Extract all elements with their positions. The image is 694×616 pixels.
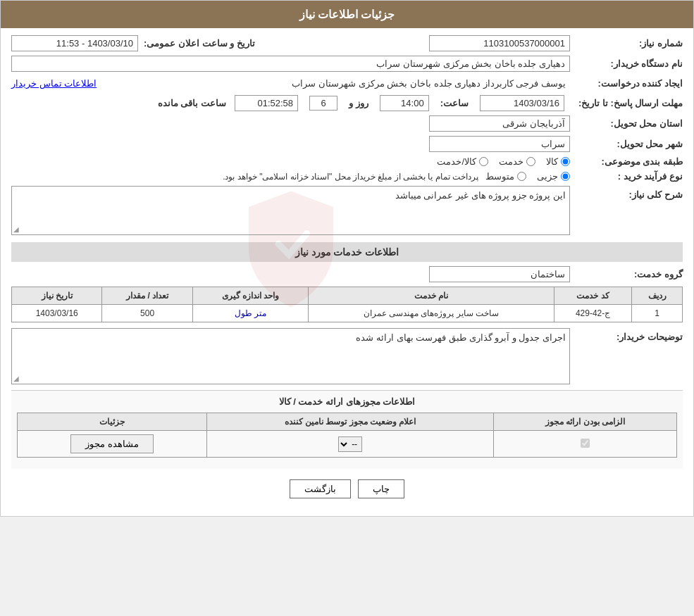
service-group-label: گروه خدمت: [570,269,683,279]
date-value: 1403/03/10 - 11:53 [11,35,138,51]
purchase-type-motavset[interactable]: متوسط [485,171,526,182]
permissions-header-row: الزامی بودن ارائه مجوز اعلام وضعیت مجوز … [18,413,677,431]
city-row: شهر محل تحویل: سراب [11,136,683,152]
creator-value: یوسف فرجی کاربرداز دهیاری جلده باخان بخش… [287,76,570,91]
category-kala-label: کالا [546,156,558,167]
category-row: طبقه بندی موضوعی: کالا خدمت کالا/خدمت [11,156,683,167]
deadline-label: مهلت ارسال پاسخ: تا تاریخ: [570,98,683,108]
deadline-days-label: روز و [349,98,368,108]
permission-required-cell [494,431,677,458]
contact-link[interactable]: اطلاعات تماس خریدار [11,78,97,89]
page-header: جزئیات اطلاعات نیاز [1,1,693,28]
cell-date: 1403/03/16 [12,305,102,322]
permission-details-cell: مشاهده مجوز [18,431,207,458]
permission-status-select[interactable]: -- [338,436,362,452]
page-container: جزئیات اطلاعات نیاز شماره نیاز: 11031005… [0,0,694,517]
buyer-system-row: نام دستگاه خریدار: دهیاری جلده باخان بخش… [11,56,683,72]
category-radio-group: کالا خدمت کالا/خدمت [437,156,570,167]
need-number-label: شماره نیاز: [570,38,683,49]
deadline-time-label: ساعت: [440,98,469,108]
permission-row: -- مشاهده مجوز [18,431,677,458]
page-title: جزئیات اطلاعات نیاز [299,8,395,20]
print-button[interactable]: چاپ [358,479,404,498]
view-permission-button[interactable]: مشاهده مجوز [70,434,154,453]
purchase-radio-motavset[interactable] [517,172,526,181]
category-khedmat-label: خدمت [499,156,523,167]
province-label: استان محل تحویل: [570,118,683,129]
service-group-value: ساختمان [429,266,570,282]
date-label: تاریخ و ساعت اعلان عمومی: [144,38,255,49]
buyer-desc-box: اجرای جدول و آبرو گذاری طبق فهرست بهای ا… [11,328,570,384]
province-row: استان محل تحویل: آذربایجان شرقی [11,115,683,132]
category-radio-kala-khedmat[interactable] [479,157,488,166]
creator-row: ایجاد کننده درخواست: یوسف فرجی کاربرداز … [11,76,683,91]
creator-label: ایجاد کننده درخواست: [570,78,683,89]
buyer-system-label: نام دستگاه خریدار: [570,58,683,69]
col-details: جزئیات [18,413,207,431]
permissions-table-body: -- مشاهده مجوز [18,431,677,458]
description-value: این پروژه جزو پروژه های غیر عمرانی میباش… [395,190,566,201]
purchase-motavset-label: متوسط [485,171,514,182]
category-radio-khedmat[interactable] [526,157,535,166]
purchase-type-row: نوع فرآیند خرید : جزیی متوسط پرداخت تمام… [11,171,683,182]
col-date: تاریخ نیاز [12,287,102,305]
permission-required-checkbox [581,439,590,448]
col-status: اعلام وضعیت مجوز توسط نامین کننده [207,413,494,431]
purchase-jozi-label: جزیی [537,171,558,182]
remaining-label: ساعت باقی مانده [158,98,226,108]
buyer-system-value: دهیاری جلده باخان بخش مرکزی شهرستان سراب [11,56,570,72]
deadline-days: 6 [309,96,337,111]
description-container: این پروژه جزو پروژه های غیر عمرانی میباش… [11,186,570,235]
category-kala-khedmat[interactable]: کالا/خدمت [437,156,488,167]
col-required: الزامی بودن ارائه مجوز [494,413,677,431]
permissions-table: الزامی بودن ارائه مجوز اعلام وضعیت مجوز … [17,413,677,458]
cell-code: ج-42-429 [554,305,632,322]
buyer-desc-row: توضیحات خریدار: اجرای جدول و آبرو گذاری … [11,328,683,384]
need-number-row: شماره نیاز: 1103100537000001 تاریخ و ساع… [11,35,683,51]
purchase-type-label: نوع فرآیند خرید : [570,171,683,182]
category-khedmat[interactable]: خدمت [499,156,535,167]
buyer-desc-label: توضیحات خریدار: [570,332,683,342]
purchase-type-jozi[interactable]: جزیی [537,171,570,182]
deadline-row: مهلت ارسال پاسخ: تا تاریخ: 1403/03/16 سا… [11,95,683,111]
resize-handle[interactable]: ◢ [13,225,19,233]
cell-quantity: 500 [102,305,192,322]
col-quantity: تعداد / مقدار [102,287,192,305]
purchase-type-radio-group: جزیی متوسط [485,171,570,182]
buyer-desc-value: اجرای جدول و آبرو گذاری طبق فهرست بهای ا… [356,332,566,343]
permissions-title: اطلاعات مجوزهای ارائه خدمت / کالا [17,396,677,407]
description-box: این پروژه جزو پروژه های غیر عمرانی میباش… [11,186,570,235]
category-label: طبقه بندی موضوعی: [570,156,683,167]
category-radio-kala[interactable] [561,157,570,166]
province-value: آذربایجان شرقی [429,115,570,132]
back-button[interactable]: بازگشت [290,479,351,498]
category-kala[interactable]: کالا [546,156,570,167]
need-number-value: 1103100537000001 [429,35,570,51]
main-content: شماره نیاز: 1103100537000001 تاریخ و ساع… [1,28,693,516]
col-code: کد خدمت [554,287,632,305]
purchase-type-note: پرداخت تمام یا بخشی از مبلغ خریداز محل "… [223,172,478,182]
description-label: شرح کلی نیاز: [570,189,683,200]
city-label: شهر محل تحویل: [570,139,683,149]
permissions-section: اطلاعات مجوزهای ارائه خدمت / کالا الزامی… [11,390,683,469]
permission-status-cell: -- [207,431,494,458]
remaining-time: 01:52:58 [235,95,298,111]
buyer-desc-container: اجرای جدول و آبرو گذاری طبق فهرست بهای ا… [11,328,570,384]
city-value: سراب [429,136,570,152]
buyer-desc-resize[interactable]: ◢ [13,375,19,382]
deadline-date: 1403/03/16 [480,95,564,111]
deadline-time: 14:00 [380,95,429,111]
footer-buttons: چاپ بازگشت [11,469,683,509]
description-row: شرح کلی نیاز: این پروژه جزو پروژه های غی… [11,186,683,235]
cell-row: 1 [632,305,683,322]
col-row: ردیف [632,287,683,305]
category-kala-khedmat-label: کالا/خدمت [437,156,476,167]
purchase-radio-jozi[interactable] [561,172,570,181]
